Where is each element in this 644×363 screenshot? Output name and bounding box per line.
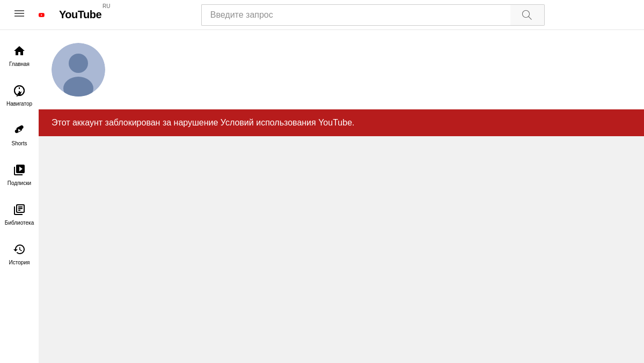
sidebar-item-home[interactable]: Главная — [0, 34, 39, 74]
sidebar-item-home-label: Главная — [9, 61, 30, 68]
youtube-logo[interactable]: YouTubeRU — [39, 9, 111, 21]
sidebar-item-explore[interactable]: Навигатор — [0, 74, 39, 114]
search-input[interactable] — [201, 4, 510, 26]
sidebar-item-library[interactable]: Библиотека — [0, 193, 39, 233]
library-icon — [13, 202, 26, 217]
youtube-wordmark: YouTube — [59, 9, 101, 21]
sidebar-item-shorts-label: Shorts — [12, 140, 27, 147]
search-button[interactable] — [510, 4, 545, 26]
header: YouTubeRU — [0, 0, 644, 30]
sidebar-item-shorts[interactable]: Shorts — [0, 114, 39, 153]
history-icon — [13, 242, 26, 257]
ban-banner: Этот аккаунт заблокирован за нарушение У… — [39, 109, 644, 136]
main-content: Этот аккаунт заблокирован за нарушение У… — [39, 30, 644, 363]
sidebar-item-library-label: Библиотека — [5, 219, 34, 226]
sidebar-item-subscriptions-label: Подписки — [8, 180, 31, 187]
avatar — [52, 43, 105, 97]
compass-icon — [13, 83, 26, 98]
shorts-icon — [13, 123, 26, 138]
svg-point-1 — [69, 54, 88, 73]
sidebar-item-history[interactable]: История — [0, 233, 39, 272]
youtube-region: RU — [103, 3, 110, 9]
sidebar-item-subscriptions[interactable]: Подписки — [0, 153, 39, 193]
sidebar-item-explore-label: Навигатор — [6, 100, 32, 107]
sidebar-item-history-label: История — [9, 259, 30, 266]
profile-section — [39, 30, 644, 109]
subscriptions-icon — [13, 162, 26, 177]
search-area — [185, 4, 561, 26]
home-icon — [13, 43, 26, 58]
menu-icon[interactable] — [9, 3, 30, 27]
sidebar: Главная Навигатор Shorts Подписки — [0, 30, 39, 363]
ban-message: Этот аккаунт заблокирован за нарушение У… — [52, 118, 354, 127]
